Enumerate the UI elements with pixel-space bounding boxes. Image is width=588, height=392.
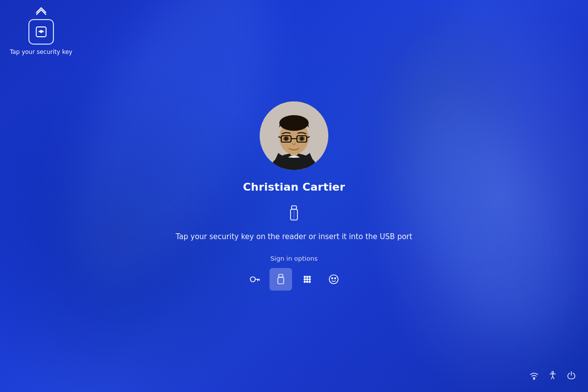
security-key-btn-icon: [275, 274, 286, 285]
face-signin-button[interactable]: [322, 268, 345, 291]
sign-in-options-label: Sign in options: [270, 255, 318, 262]
svg-point-31: [309, 279, 311, 280]
svg-point-36: [332, 278, 333, 279]
power-icon: [566, 370, 576, 380]
instruction-text: Tap your security key on the reader or i…: [176, 232, 413, 241]
power-button[interactable]: [566, 370, 576, 382]
svg-point-33: [307, 281, 308, 283]
password-signin-button[interactable]: [243, 268, 266, 291]
svg-point-32: [304, 281, 306, 283]
svg-point-30: [307, 279, 308, 280]
svg-point-35: [329, 275, 338, 284]
svg-point-20: [250, 277, 255, 282]
user-avatar: [260, 101, 328, 170]
pin-icon: [302, 274, 313, 285]
usb-key-icon: [286, 205, 302, 224]
main-content: Christian Cartier Tap your security key …: [0, 0, 588, 392]
svg-point-39: [552, 371, 554, 373]
svg-point-38: [534, 378, 535, 379]
svg-rect-24: [279, 274, 283, 277]
svg-point-34: [309, 281, 311, 283]
svg-point-15: [284, 137, 288, 141]
svg-point-26: [304, 276, 306, 278]
svg-point-16: [300, 137, 304, 141]
key-icon: [249, 274, 260, 285]
accessibility-icon: [548, 370, 558, 380]
wifi-button[interactable]: [529, 370, 539, 382]
face-icon: [328, 274, 339, 285]
svg-point-37: [335, 278, 336, 279]
svg-rect-17: [292, 206, 296, 209]
system-tray: [529, 370, 576, 382]
user-name: Christian Cartier: [243, 181, 345, 193]
pin-signin-button[interactable]: [296, 268, 318, 291]
wifi-icon: [529, 370, 539, 380]
svg-point-28: [309, 276, 311, 278]
svg-rect-25: [278, 277, 284, 284]
svg-point-27: [307, 276, 308, 278]
sign-in-options-buttons: [243, 268, 345, 291]
accessibility-button[interactable]: [548, 370, 558, 382]
security-key-signin-button[interactable]: [270, 268, 292, 291]
svg-point-29: [304, 279, 306, 280]
